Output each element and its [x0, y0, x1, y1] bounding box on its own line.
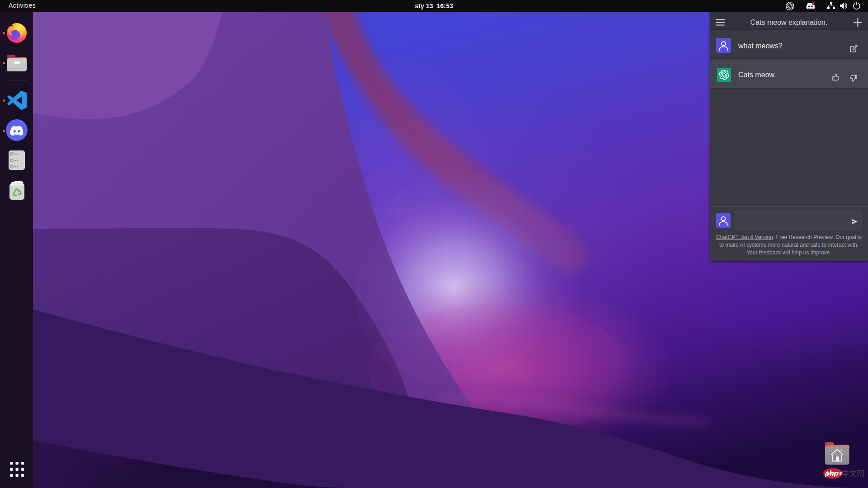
svg-text:php: php: [825, 469, 839, 477]
